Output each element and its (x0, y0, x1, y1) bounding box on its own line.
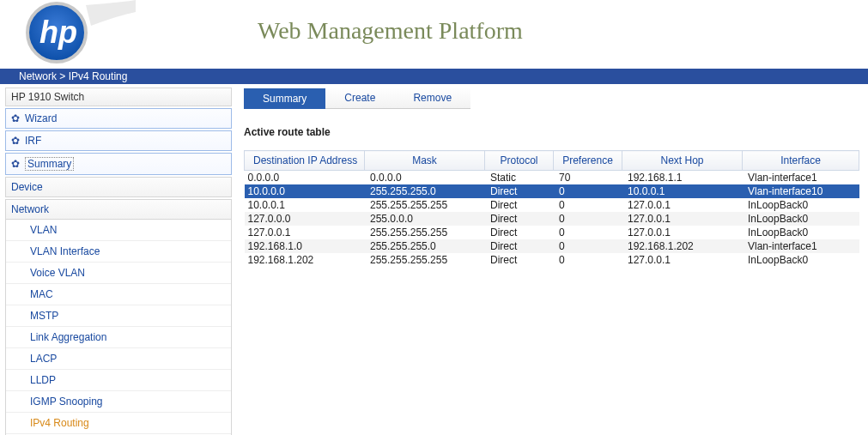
sidebar-item-label: IRF (25, 135, 41, 147)
table-row[interactable]: 127.0.0.1255.255.255.255Direct0127.0.0.1… (245, 226, 859, 239)
hp-logo: h p (15, 0, 136, 65)
table-header[interactable]: Mask (365, 151, 485, 171)
table-cell: InLoopBack0 (743, 198, 859, 212)
sidebar-device-title: HP 1910 Switch (5, 88, 232, 106)
page-title: Web Management Platform (258, 17, 523, 45)
sidebar-subitem-mac[interactable]: MAC (6, 284, 231, 305)
table-row[interactable]: 10.0.0.1255.255.255.255Direct0127.0.0.1I… (245, 198, 859, 212)
table-cell: InLoopBack0 (743, 253, 859, 267)
table-cell: Vlan-interface10 (743, 184, 859, 198)
table-cell: 127.0.0.1 (622, 198, 743, 212)
gear-icon: ✿ (11, 135, 20, 147)
table-row[interactable]: 192.168.1.202255.255.255.255Direct0127.0… (245, 253, 859, 267)
sidebar-top-block: ✿ Wizard (5, 108, 232, 129)
sidebar-subitem-link-aggregation[interactable]: Link Aggregation (6, 327, 231, 348)
table-cell: 10.0.0.0 (245, 184, 365, 198)
sidebar-top-block: ✿ IRF (5, 130, 232, 151)
table-cell: Direct (485, 198, 554, 212)
table-cell: 255.255.255.255 (365, 253, 485, 267)
table-cell: 255.255.255.255 (365, 198, 485, 212)
table-cell: 255.255.255.0 (365, 239, 485, 253)
table-row[interactable]: 10.0.0.0255.255.255.0Direct010.0.0.1Vlan… (245, 184, 859, 198)
table-cell: 127.0.0.1 (622, 212, 743, 226)
route-table: Destination IP AddressMaskProtocolPrefer… (244, 150, 859, 267)
sidebar-subnav-network: VLANVLAN InterfaceVoice VLANMACMSTPLink … (5, 220, 232, 435)
table-cell: 127.0.0.1 (622, 253, 743, 267)
table-cell: 10.0.0.1 (622, 184, 743, 198)
tabs: SummaryCreateRemove (244, 88, 859, 109)
header: h p Web Management Platform (0, 0, 868, 69)
tab-remove[interactable]: Remove (394, 88, 470, 109)
table-cell: 0 (554, 198, 622, 212)
svg-text:h: h (39, 15, 58, 50)
table-row[interactable]: 192.168.1.0255.255.255.0Direct0192.168.1… (245, 239, 859, 253)
sidebar-item-label: Wizard (25, 112, 57, 124)
table-cell: Direct (485, 226, 554, 239)
table-cell: 127.0.0.1 (622, 226, 743, 239)
table-cell: InLoopBack0 (743, 226, 859, 239)
table-cell: Direct (485, 253, 554, 267)
table-header[interactable]: Next Hop (622, 151, 743, 171)
tab-create[interactable]: Create (325, 88, 394, 109)
sidebar-section-device[interactable]: Device (5, 177, 232, 197)
table-header[interactable]: Preference (554, 151, 622, 171)
svg-text:p: p (58, 15, 77, 50)
table-cell: 10.0.0.1 (245, 198, 365, 212)
table-row[interactable]: 0.0.0.00.0.0.0Static70192.168.1.1Vlan-in… (245, 171, 859, 185)
table-cell: 127.0.0.0 (245, 212, 365, 226)
table-cell: Direct (485, 184, 554, 198)
table-cell: 192.168.1.0 (245, 239, 365, 253)
sidebar-subitem-mstp[interactable]: MSTP (6, 305, 231, 327)
sidebar-subitem-lldp[interactable]: LLDP (6, 370, 231, 391)
sidebar-item-irf[interactable]: ✿ IRF (6, 131, 231, 150)
table-cell: 0 (554, 239, 622, 253)
sidebar-subitem-lacp[interactable]: LACP (6, 348, 231, 370)
main: SummaryCreateRemove Active route table D… (240, 84, 868, 435)
sidebar-subitem-ipv4-routing[interactable]: IPv4 Routing (6, 413, 231, 434)
table-cell: InLoopBack0 (743, 212, 859, 226)
table-cell: 0 (554, 184, 622, 198)
table-cell: Vlan-interface1 (743, 239, 859, 253)
table-header[interactable]: Interface (743, 151, 859, 171)
table-cell: 70 (554, 171, 622, 185)
table-cell: 192.168.1.202 (245, 253, 365, 267)
gear-icon: ✿ (11, 158, 20, 170)
table-cell: 192.168.1.202 (622, 239, 743, 253)
table-cell: 192.168.1.1 (622, 171, 743, 185)
table-cell: 0 (554, 226, 622, 239)
breadcrumb: Network > IPv4 Routing (0, 69, 868, 84)
table-cell: 255.255.255.0 (365, 184, 485, 198)
gear-icon: ✿ (11, 112, 20, 124)
sidebar-item-summary[interactable]: ✿ Summary (6, 154, 231, 174)
table-cell: 255.255.255.255 (365, 226, 485, 239)
table-header[interactable]: Protocol (485, 151, 554, 171)
sidebar-item-label: Summary (25, 157, 74, 171)
table-cell: 0.0.0.0 (365, 171, 485, 185)
tab-summary[interactable]: Summary (244, 88, 325, 109)
sidebar-section-network[interactable]: Network (5, 199, 232, 220)
table-cell: 127.0.0.1 (245, 226, 365, 239)
table-cell: Direct (485, 212, 554, 226)
table-cell: Direct (485, 239, 554, 253)
sidebar-subitem-voice-vlan[interactable]: Voice VLAN (6, 263, 231, 284)
table-cell: 0 (554, 253, 622, 267)
sidebar-subitem-vlan[interactable]: VLAN (6, 220, 231, 241)
sidebar-subitem-vlan-interface[interactable]: VLAN Interface (6, 241, 231, 263)
table-header[interactable]: Destination IP Address (245, 151, 365, 171)
table-cell: 0 (554, 212, 622, 226)
table-row[interactable]: 127.0.0.0255.0.0.0Direct0127.0.0.1InLoop… (245, 212, 859, 226)
sidebar: HP 1910 Switch ✿ Wizard ✿ IRF ✿ Summary … (0, 84, 240, 435)
table-cell: Vlan-interface1 (743, 171, 859, 185)
table-cell: 255.0.0.0 (365, 212, 485, 226)
sidebar-item-wizard[interactable]: ✿ Wizard (6, 109, 231, 128)
table-cell: 0.0.0.0 (245, 171, 365, 185)
section-title: Active route table (244, 126, 859, 138)
sidebar-subitem-igmp-snooping[interactable]: IGMP Snooping (6, 391, 231, 413)
table-cell: Static (485, 171, 554, 185)
table-header-row: Destination IP AddressMaskProtocolPrefer… (245, 151, 859, 171)
sidebar-top-block: ✿ Summary (5, 153, 232, 175)
